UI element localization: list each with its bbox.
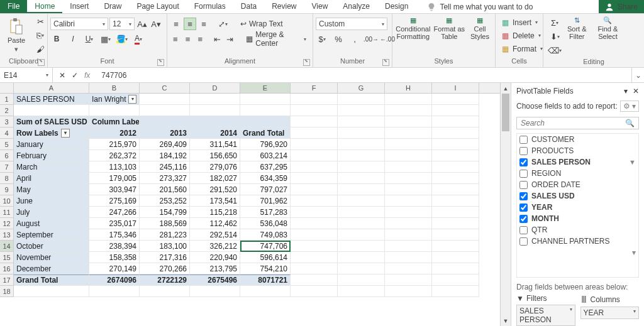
cell[interactable]: 247,266 <box>89 207 140 218</box>
field-item[interactable]: MONTH <box>517 213 638 224</box>
cell[interactable] <box>385 184 432 195</box>
field-checkbox[interactable] <box>519 136 528 144</box>
cell[interactable] <box>190 116 240 128</box>
field-item[interactable]: CHANNEL PARTNERS <box>517 236 638 247</box>
row-header[interactable]: 10 <box>0 195 14 207</box>
column-header[interactable]: F <box>291 83 338 93</box>
cell[interactable] <box>338 116 385 128</box>
copy-button[interactable]: ⎘▾ <box>34 29 47 41</box>
decrease-indent-button[interactable]: ⇤ <box>212 33 223 45</box>
cell[interactable]: Grand Total <box>240 128 291 139</box>
cell[interactable]: 158,358 <box>89 252 140 263</box>
number-format-dropdown[interactable]: Custom▾ <box>316 18 387 30</box>
row-header[interactable]: 9 <box>0 184 14 195</box>
cell[interactable] <box>291 150 338 161</box>
cell[interactable]: 173,541 <box>190 195 240 207</box>
row-header[interactable]: 18 <box>0 286 14 297</box>
field-item[interactable]: QTR <box>517 224 638 236</box>
field-checkbox[interactable] <box>519 158 528 166</box>
field-item[interactable]: CUSTOMER <box>517 134 638 145</box>
cell[interactable] <box>432 184 479 195</box>
cell[interactable] <box>14 286 89 297</box>
cell[interactable] <box>432 274 479 286</box>
cell[interactable] <box>291 94 338 105</box>
cell[interactable] <box>338 139 385 150</box>
cell[interactable]: August <box>14 218 89 229</box>
field-checkbox[interactable] <box>519 170 528 178</box>
cell[interactable]: March <box>14 161 89 173</box>
cell[interactable] <box>291 229 338 241</box>
cell[interactable] <box>432 173 479 184</box>
paste-button[interactable]: Paste ▾ <box>3 16 30 54</box>
increase-font-button[interactable]: A▴ <box>136 18 148 30</box>
cell[interactable] <box>338 94 385 105</box>
cell[interactable] <box>432 161 479 173</box>
cell[interactable] <box>190 94 240 105</box>
cell[interactable]: 281,223 <box>140 229 190 241</box>
cell-styles-button[interactable]: ▦Cell Styles <box>467 15 492 41</box>
cell[interactable]: 154,799 <box>140 207 190 218</box>
field-item[interactable]: SALES USD <box>517 190 638 202</box>
field-search[interactable]: 🔍 <box>516 117 639 129</box>
formula-input[interactable]: 747706 <box>96 68 631 82</box>
field-checkbox[interactable] <box>519 192 528 200</box>
row-header[interactable]: 17 <box>0 274 14 286</box>
cell[interactable] <box>338 150 385 161</box>
cell[interactable] <box>432 286 479 297</box>
cell[interactable] <box>338 128 385 139</box>
cell[interactable]: 517,283 <box>240 207 291 218</box>
cell[interactable] <box>432 116 479 128</box>
cell[interactable] <box>432 94 479 105</box>
cell[interactable]: October <box>14 241 89 252</box>
cell[interactable]: 8071721 <box>240 274 291 286</box>
cell[interactable]: 275,169 <box>89 195 140 207</box>
accounting-button[interactable]: $▾ <box>316 33 328 45</box>
cell[interactable] <box>291 105 338 116</box>
increase-indent-button[interactable]: ⇥ <box>224 33 235 45</box>
cell[interactable]: 183,100 <box>140 241 190 252</box>
cell[interactable]: Column Labels▾ <box>89 116 140 128</box>
field-filter-icon[interactable]: ▼ <box>629 158 636 166</box>
cell[interactable]: January <box>14 139 89 150</box>
increase-decimal-button[interactable]: .00→ <box>365 33 377 45</box>
cell[interactable]: 754,210 <box>240 263 291 274</box>
alignment-dialog-launcher[interactable] <box>303 59 310 66</box>
field-item[interactable]: REGION <box>517 168 638 179</box>
column-area-item[interactable]: YEAR▾ <box>580 307 640 319</box>
cell[interactable]: 220,940 <box>190 252 240 263</box>
tab-view[interactable]: View <box>304 0 336 13</box>
cell[interactable] <box>89 105 140 116</box>
column-header[interactable]: I <box>432 83 479 93</box>
cell[interactable]: 115,218 <box>190 207 240 218</box>
conditional-formatting-button[interactable]: ▦Conditional Formatting <box>395 15 431 41</box>
row-header[interactable]: 5 <box>0 139 14 150</box>
format-painter-button[interactable]: 🖌 <box>34 43 47 55</box>
column-header[interactable]: H <box>385 83 432 93</box>
cell[interactable] <box>385 218 432 229</box>
cell[interactable] <box>140 105 190 116</box>
cell[interactable] <box>385 241 432 252</box>
cell[interactable]: 634,359 <box>240 173 291 184</box>
wrap-text-button[interactable]: ↩Wrap Text <box>236 18 287 30</box>
cell[interactable] <box>291 116 338 128</box>
column-header[interactable]: C <box>140 83 190 93</box>
border-button[interactable]: ▦▾ <box>99 33 112 45</box>
cell[interactable]: 749,083 <box>240 229 291 241</box>
tab-file[interactable]: File <box>0 0 27 13</box>
cell[interactable] <box>291 252 338 263</box>
number-dialog-launcher[interactable] <box>382 59 389 66</box>
cell[interactable] <box>291 218 338 229</box>
column-header[interactable]: E <box>240 83 291 93</box>
cell[interactable]: February <box>14 150 89 161</box>
cell[interactable]: 184,192 <box>140 150 190 161</box>
row-header[interactable]: 3 <box>0 116 14 128</box>
tab-analyze[interactable]: Analyze <box>335 0 377 13</box>
cell[interactable] <box>385 286 432 297</box>
cell[interactable] <box>291 195 338 207</box>
row-header[interactable]: 4 <box>0 128 14 139</box>
cell[interactable] <box>432 263 479 274</box>
tab-review[interactable]: Review <box>264 0 304 13</box>
cell[interactable] <box>385 161 432 173</box>
field-checkbox[interactable] <box>519 237 528 246</box>
cell[interactable]: 215,970 <box>89 139 140 150</box>
